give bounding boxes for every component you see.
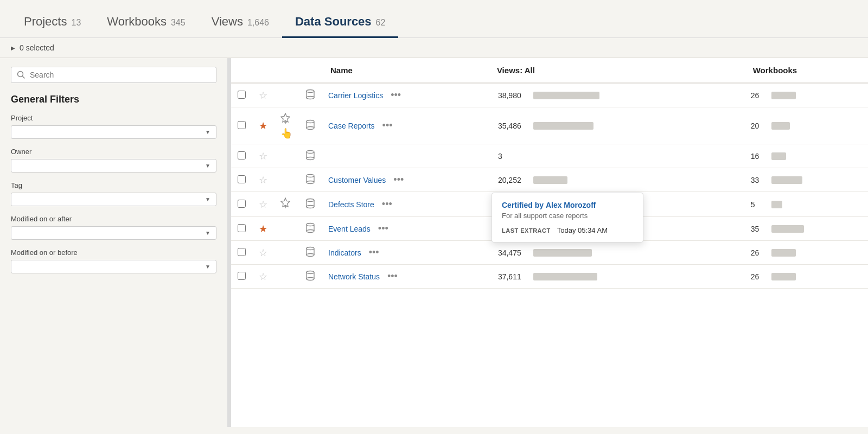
checkbox-cell xyxy=(231,168,252,192)
more-actions-button[interactable]: ••• xyxy=(385,271,400,282)
nav-tab-views[interactable]: Views1,646 xyxy=(199,15,282,38)
more-actions-button[interactable]: ••• xyxy=(388,90,403,101)
star-filled-icon[interactable]: ★ xyxy=(259,120,267,131)
datasource-name-link[interactable]: Defects Store xyxy=(328,200,374,209)
svg-point-2 xyxy=(307,90,314,93)
datasource-name-link[interactable]: Carrier Logistics xyxy=(328,91,383,100)
star-empty-icon[interactable]: ☆ xyxy=(259,199,267,210)
certification-tooltip: Certified by Alex Morozoff For all suppo… xyxy=(492,193,643,242)
name-cell: Case Reports ••• xyxy=(322,107,492,144)
more-actions-button[interactable]: ••• xyxy=(380,120,395,131)
star-empty-icon[interactable]: ☆ xyxy=(259,271,267,282)
views-bar xyxy=(533,122,593,130)
owner-chevron-icon: ▼ xyxy=(205,163,210,169)
more-actions-button[interactable]: ••• xyxy=(380,199,394,210)
name-cell: Event Leads ••• xyxy=(322,217,492,241)
modified-after-select[interactable]: ▼ xyxy=(11,226,216,240)
project-filter-select[interactable]: ▼ xyxy=(11,125,216,139)
cylinder-icon xyxy=(305,89,315,100)
datasource-icon-cell xyxy=(299,83,322,107)
cert-icon xyxy=(280,115,290,126)
row-checkbox[interactable] xyxy=(238,175,246,183)
workbooks-number: 26 xyxy=(751,272,766,281)
workbooks-cell: 26 xyxy=(744,83,868,107)
datasource-name-link[interactable]: Event Leads xyxy=(328,225,371,233)
tag-filter-label: Tag xyxy=(11,181,216,189)
selection-bar: ▶ 0 selected xyxy=(0,38,868,58)
svg-point-25 xyxy=(307,206,314,208)
nav-tab-projects[interactable]: Projects13 xyxy=(11,15,94,38)
row-checkbox[interactable] xyxy=(238,248,246,256)
views-cell: 3 xyxy=(492,144,744,168)
datasource-name-link[interactable]: Customer Values xyxy=(328,176,386,184)
star-empty-icon[interactable]: ☆ xyxy=(259,247,267,258)
col-cert xyxy=(274,58,299,83)
project-filter-label: Project xyxy=(11,114,216,122)
col-workbooks-header: Workbooks xyxy=(744,58,868,83)
modified-before-select[interactable]: ▼ xyxy=(11,260,216,273)
star-empty-icon[interactable]: ☆ xyxy=(259,151,267,162)
cert-cell xyxy=(274,217,299,241)
cursor-icon: 👆 xyxy=(280,128,292,139)
svg-point-26 xyxy=(307,224,314,226)
views-number: 20,252 xyxy=(498,176,528,184)
search-box[interactable] xyxy=(11,67,216,83)
star-cell: ☆ xyxy=(252,265,274,289)
name-cell: Carrier Logistics ••• xyxy=(322,83,492,107)
tag-filter-select[interactable]: ▼ xyxy=(11,193,216,206)
views-bar xyxy=(533,92,599,99)
row-checkbox[interactable] xyxy=(238,272,246,280)
more-actions-button[interactable]: ••• xyxy=(376,223,391,234)
svg-point-15 xyxy=(307,157,314,160)
checkbox-cell xyxy=(231,192,252,217)
workbooks-cell: 5 xyxy=(744,192,868,217)
nav-tab-workbooks[interactable]: Workbooks345 xyxy=(94,15,198,38)
star-empty-icon[interactable]: ☆ xyxy=(259,90,267,101)
datasource-name-link[interactable]: Case Reports xyxy=(328,122,375,130)
row-checkbox[interactable] xyxy=(238,224,246,232)
row-checkbox[interactable] xyxy=(238,91,246,99)
datasource-name-link[interactable]: Network Status xyxy=(328,272,380,281)
datasource-name-link[interactable]: Indicators xyxy=(328,248,361,257)
table-row: ☆ Indicators ••• 34,475 xyxy=(231,241,868,265)
row-checkbox[interactable] xyxy=(238,151,246,159)
owner-filter-select[interactable]: ▼ xyxy=(11,159,216,173)
svg-point-22 xyxy=(307,199,314,202)
star-empty-icon[interactable]: ☆ xyxy=(259,175,267,186)
owner-filter-label: Owner xyxy=(11,148,216,156)
datasource-icon-cell xyxy=(299,168,322,192)
cylinder-icon xyxy=(305,222,315,233)
views-cell: 35,486 xyxy=(492,107,744,144)
row-checkbox[interactable] xyxy=(238,200,246,208)
checkbox-cell xyxy=(231,107,252,144)
project-chevron-icon: ▼ xyxy=(205,129,210,135)
svg-point-30 xyxy=(307,247,314,250)
cert-icon xyxy=(280,200,290,210)
nav-tab-datasources[interactable]: Data Sources62 xyxy=(282,15,398,38)
cylinder-icon xyxy=(305,246,315,257)
workbooks-cell: 16 xyxy=(744,144,868,168)
more-actions-button[interactable]: ••• xyxy=(391,174,406,186)
views-number: 3 xyxy=(498,152,528,161)
search-input[interactable] xyxy=(30,71,210,79)
cylinder-icon xyxy=(305,150,315,161)
row-checkbox[interactable] xyxy=(238,121,246,129)
selection-arrow[interactable]: ▶ xyxy=(11,45,15,51)
general-filters-title: General Filters xyxy=(11,94,216,105)
workbooks-bar xyxy=(771,152,786,160)
views-bar xyxy=(533,273,597,280)
col-views-header: Views: All xyxy=(492,58,744,83)
name-cell xyxy=(322,144,492,168)
workbooks-bar xyxy=(771,249,796,257)
views-bar xyxy=(533,249,592,257)
cert-cell xyxy=(274,83,299,107)
tooltip-description: For all support case reports xyxy=(502,212,633,220)
more-actions-button[interactable]: ••• xyxy=(367,247,381,258)
star-cell: ☆ xyxy=(252,83,274,107)
workbooks-cell: 35 xyxy=(744,217,868,241)
star-filled-icon[interactable]: ★ xyxy=(259,224,267,234)
cylinder-icon xyxy=(305,270,315,281)
table-row: ★ 👆 Case Reports ••• xyxy=(231,107,868,144)
cylinder-icon xyxy=(305,119,315,130)
modified-after-label: Modified on or after xyxy=(11,215,216,223)
